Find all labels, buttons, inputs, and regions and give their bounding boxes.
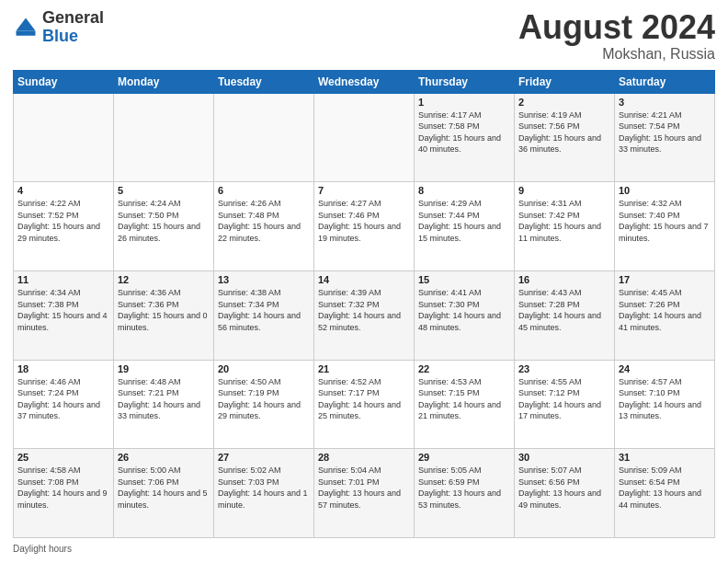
- day-info: Sunrise: 4:53 AMSunset: 7:15 PMDaylight:…: [418, 376, 510, 422]
- day-info: Sunrise: 4:17 AMSunset: 7:58 PMDaylight:…: [418, 109, 510, 155]
- day-info: Sunrise: 4:38 AMSunset: 7:34 PMDaylight:…: [218, 287, 310, 333]
- day-info: Sunrise: 4:29 AMSunset: 7:44 PMDaylight:…: [418, 198, 510, 244]
- calendar-cell: 21Sunrise: 4:52 AMSunset: 7:17 PMDayligh…: [314, 360, 415, 449]
- calendar-cell: 10Sunrise: 4:32 AMSunset: 7:40 PMDayligh…: [615, 182, 715, 271]
- calendar-cell: [314, 93, 415, 182]
- title-block: August 2024 Mokshan, Russia: [518, 9, 715, 63]
- day-info: Sunrise: 5:09 AMSunset: 6:54 PMDaylight:…: [619, 465, 711, 511]
- weekday-header-sunday: Sunday: [14, 70, 114, 93]
- calendar-cell: 30Sunrise: 5:07 AMSunset: 6:56 PMDayligh…: [515, 449, 615, 538]
- weekday-header-row: SundayMondayTuesdayWednesdayThursdayFrid…: [14, 70, 715, 93]
- calendar-cell: 5Sunrise: 4:24 AMSunset: 7:50 PMDaylight…: [114, 182, 214, 271]
- day-number: 13: [218, 274, 310, 285]
- calendar-cell: 19Sunrise: 4:48 AMSunset: 7:21 PMDayligh…: [114, 360, 214, 449]
- day-number: 24: [619, 363, 711, 374]
- day-info: Sunrise: 5:00 AMSunset: 7:06 PMDaylight:…: [118, 465, 210, 511]
- day-number: 11: [17, 274, 109, 285]
- calendar-cell: 17Sunrise: 4:45 AMSunset: 7:26 PMDayligh…: [615, 270, 715, 360]
- day-info: Sunrise: 5:07 AMSunset: 6:56 PMDaylight:…: [518, 465, 610, 511]
- day-info: Sunrise: 4:22 AMSunset: 7:52 PMDaylight:…: [17, 198, 109, 244]
- day-info: Sunrise: 5:04 AMSunset: 7:01 PMDaylight:…: [318, 465, 410, 511]
- day-number: 26: [118, 452, 210, 463]
- day-number: 21: [318, 363, 410, 374]
- calendar-cell: 8Sunrise: 4:29 AMSunset: 7:44 PMDaylight…: [415, 182, 515, 271]
- logo-general: General: [42, 8, 104, 27]
- day-number: 17: [619, 274, 711, 285]
- day-number: 10: [619, 185, 711, 196]
- day-info: Sunrise: 4:46 AMSunset: 7:24 PMDaylight:…: [17, 376, 109, 422]
- calendar-cell: 4Sunrise: 4:22 AMSunset: 7:52 PMDaylight…: [14, 182, 114, 271]
- location-subtitle: Mokshan, Russia: [518, 46, 715, 63]
- day-number: 18: [17, 363, 109, 374]
- calendar-cell: [14, 93, 114, 182]
- calendar-cell: 12Sunrise: 4:36 AMSunset: 7:36 PMDayligh…: [114, 270, 214, 360]
- day-info: Sunrise: 4:31 AMSunset: 7:42 PMDaylight:…: [518, 198, 610, 244]
- day-info: Sunrise: 4:50 AMSunset: 7:19 PMDaylight:…: [218, 376, 310, 422]
- day-info: Sunrise: 4:48 AMSunset: 7:21 PMDaylight:…: [118, 376, 210, 422]
- calendar-cell: 27Sunrise: 5:02 AMSunset: 7:03 PMDayligh…: [214, 449, 314, 538]
- weekday-header-monday: Monday: [114, 70, 214, 93]
- calendar-cell: [214, 93, 314, 182]
- logo-icon: [13, 15, 39, 40]
- day-info: Sunrise: 4:58 AMSunset: 7:08 PMDaylight:…: [17, 465, 109, 511]
- day-number: 20: [218, 363, 310, 374]
- calendar-cell: 31Sunrise: 5:09 AMSunset: 6:54 PMDayligh…: [615, 449, 715, 538]
- day-number: 31: [619, 452, 711, 463]
- calendar-cell: 24Sunrise: 4:57 AMSunset: 7:10 PMDayligh…: [615, 360, 715, 449]
- calendar-cell: 13Sunrise: 4:38 AMSunset: 7:34 PMDayligh…: [214, 270, 314, 360]
- calendar-week-row: 25Sunrise: 4:58 AMSunset: 7:08 PMDayligh…: [14, 449, 715, 538]
- day-number: 16: [518, 274, 610, 285]
- day-number: 29: [418, 452, 510, 463]
- day-number: 4: [17, 185, 109, 196]
- day-info: Sunrise: 5:02 AMSunset: 7:03 PMDaylight:…: [218, 465, 310, 511]
- weekday-header-saturday: Saturday: [615, 70, 715, 93]
- day-number: 1: [418, 97, 510, 108]
- day-number: 15: [418, 274, 510, 285]
- footer: Daylight hours: [13, 544, 715, 554]
- day-info: Sunrise: 4:24 AMSunset: 7:50 PMDaylight:…: [118, 198, 210, 244]
- calendar-cell: [114, 93, 214, 182]
- calendar-week-row: 11Sunrise: 4:34 AMSunset: 7:38 PMDayligh…: [14, 270, 715, 360]
- logo-blue: Blue: [42, 27, 78, 45]
- calendar-cell: 28Sunrise: 5:04 AMSunset: 7:01 PMDayligh…: [314, 449, 415, 538]
- calendar-cell: 15Sunrise: 4:41 AMSunset: 7:30 PMDayligh…: [415, 270, 515, 360]
- day-info: Sunrise: 4:55 AMSunset: 7:12 PMDaylight:…: [518, 376, 610, 422]
- day-info: Sunrise: 4:21 AMSunset: 7:54 PMDaylight:…: [619, 109, 711, 155]
- calendar-cell: 7Sunrise: 4:27 AMSunset: 7:46 PMDaylight…: [314, 182, 415, 271]
- day-number: 19: [118, 363, 210, 374]
- svg-marker-0: [17, 17, 36, 30]
- weekday-header-tuesday: Tuesday: [214, 70, 314, 93]
- svg-rect-1: [17, 30, 36, 35]
- day-info: Sunrise: 4:34 AMSunset: 7:38 PMDaylight:…: [17, 287, 109, 333]
- day-number: 2: [518, 97, 610, 108]
- day-number: 27: [218, 452, 310, 463]
- day-info: Sunrise: 4:27 AMSunset: 7:46 PMDaylight:…: [318, 198, 410, 244]
- day-number: 9: [518, 185, 610, 196]
- calendar-cell: 6Sunrise: 4:26 AMSunset: 7:48 PMDaylight…: [214, 182, 314, 271]
- day-number: 22: [418, 363, 510, 374]
- page-title: August 2024: [518, 9, 715, 46]
- day-info: Sunrise: 4:41 AMSunset: 7:30 PMDaylight:…: [418, 287, 510, 333]
- day-number: 14: [318, 274, 410, 285]
- calendar-cell: 29Sunrise: 5:05 AMSunset: 6:59 PMDayligh…: [415, 449, 515, 538]
- day-number: 8: [418, 185, 510, 196]
- calendar-week-row: 1Sunrise: 4:17 AMSunset: 7:58 PMDaylight…: [14, 93, 715, 182]
- day-info: Sunrise: 4:57 AMSunset: 7:10 PMDaylight:…: [619, 376, 711, 422]
- calendar-table: SundayMondayTuesdayWednesdayThursdayFrid…: [13, 70, 715, 538]
- logo: General Blue: [13, 9, 104, 46]
- day-info: Sunrise: 4:26 AMSunset: 7:48 PMDaylight:…: [218, 198, 310, 244]
- logo-text: General Blue: [42, 9, 104, 46]
- day-info: Sunrise: 4:19 AMSunset: 7:56 PMDaylight:…: [518, 109, 610, 155]
- weekday-header-wednesday: Wednesday: [314, 70, 415, 93]
- day-number: 7: [318, 185, 410, 196]
- header: General Blue August 2024 Mokshan, Russia: [13, 9, 715, 63]
- calendar-cell: 23Sunrise: 4:55 AMSunset: 7:12 PMDayligh…: [515, 360, 615, 449]
- day-number: 30: [518, 452, 610, 463]
- weekday-header-friday: Friday: [515, 70, 615, 93]
- calendar-cell: 2Sunrise: 4:19 AMSunset: 7:56 PMDaylight…: [515, 93, 615, 182]
- day-number: 12: [118, 274, 210, 285]
- calendar-cell: 25Sunrise: 4:58 AMSunset: 7:08 PMDayligh…: [14, 449, 114, 538]
- calendar-cell: 18Sunrise: 4:46 AMSunset: 7:24 PMDayligh…: [14, 360, 114, 449]
- day-info: Sunrise: 5:05 AMSunset: 6:59 PMDaylight:…: [418, 465, 510, 511]
- calendar-cell: 22Sunrise: 4:53 AMSunset: 7:15 PMDayligh…: [415, 360, 515, 449]
